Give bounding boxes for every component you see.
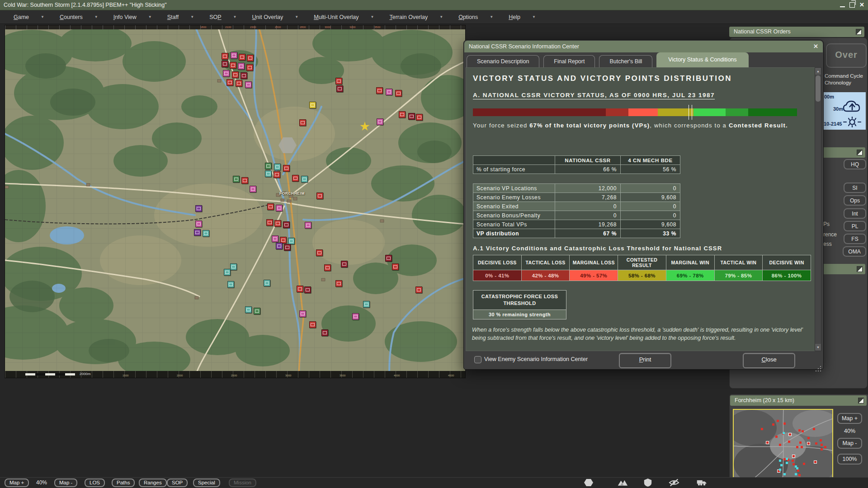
unit-counter[interactable] (283, 221, 290, 228)
unit-counter[interactable] (304, 286, 311, 293)
minimize-icon[interactable] (840, 6, 845, 7)
expand-icon[interactable] (858, 398, 864, 404)
menu-game[interactable]: Game (14, 14, 29, 20)
unit-counter[interactable] (276, 205, 283, 211)
unit-counter[interactable] (224, 269, 231, 276)
scroll-down-button[interactable]: ▼ (815, 344, 821, 351)
unit-counter[interactable] (395, 90, 402, 97)
hidden-panel-header-2[interactable] (824, 264, 865, 274)
dialog-scrollbar[interactable]: ▲ ▼ (815, 67, 821, 351)
hexagon-icon[interactable] (583, 478, 594, 487)
unit-counter[interactable] (230, 263, 237, 270)
unit-counter[interactable] (363, 301, 370, 308)
unit-counter[interactable] (266, 219, 273, 226)
resize-grip[interactable] (816, 361, 821, 367)
side-button-si[interactable]: SI (844, 183, 866, 193)
unit-counter[interactable] (416, 114, 423, 121)
unit-counter[interactable] (233, 176, 240, 183)
menu-counters[interactable]: Counters (60, 14, 83, 20)
side-button-fs[interactable]: FS (844, 234, 866, 244)
minimap-header[interactable]: Forchheim (20 x 15 km) (730, 395, 867, 406)
hidden-panel-header-1[interactable] (824, 147, 865, 158)
dropdown-arrow[interactable]: ▼ (295, 15, 298, 19)
dropdown-arrow[interactable]: ▼ (94, 15, 98, 19)
unit-counter[interactable] (292, 175, 299, 182)
unit-counter[interactable] (241, 177, 248, 184)
unit-counter[interactable] (399, 111, 406, 118)
menu-info-view[interactable]: Info View (113, 14, 137, 20)
unit-counter[interactable] (194, 229, 201, 236)
eye-off-icon[interactable] (669, 478, 679, 487)
unit-counter[interactable] (276, 243, 283, 249)
toolbar-button-map[interactable]: Map - (54, 479, 77, 487)
dialog-titlebar[interactable]: National CSSR Scenario Information Cente… (464, 41, 823, 52)
unit-counter[interactable] (250, 186, 256, 192)
unit-counter[interactable] (376, 87, 383, 94)
unit-counter[interactable] (301, 176, 308, 183)
unit-counter[interactable] (299, 119, 306, 126)
mountains-icon[interactable] (617, 478, 628, 487)
dropdown-arrow[interactable]: ▼ (439, 15, 443, 19)
unit-counter[interactable] (335, 280, 342, 287)
scroll-thumb[interactable] (816, 75, 821, 102)
unit-counter[interactable] (245, 306, 252, 313)
unit-counter[interactable] (288, 238, 295, 244)
unit-counter[interactable] (272, 235, 278, 242)
menu-options[interactable]: Options (458, 14, 478, 20)
tab-victory-status-conditions[interactable]: Victory Status & Conditions (656, 52, 748, 67)
unit-counter[interactable] (265, 170, 272, 177)
toolbar-button-sop[interactable]: SOP (167, 479, 188, 487)
unit-counter[interactable] (195, 221, 202, 227)
unit-counter[interactable] (236, 80, 242, 87)
menu-unit-overlay[interactable]: Unit Overlay (252, 14, 283, 20)
unit-counter[interactable] (283, 165, 290, 172)
unit-counter[interactable] (415, 286, 422, 293)
unit-counter[interactable] (223, 70, 230, 77)
expand-icon[interactable] (857, 266, 863, 272)
unit-counter[interactable] (264, 280, 270, 286)
unit-counter[interactable] (195, 205, 202, 212)
dropdown-arrow[interactable]: ▼ (532, 15, 536, 19)
unit-counter[interactable] (267, 203, 274, 210)
side-button-ops[interactable]: Ops (844, 195, 866, 206)
unit-counter[interactable] (386, 89, 392, 95)
toolbar-button-map[interactable]: Map + (5, 479, 29, 487)
minimap-image[interactable] (733, 409, 833, 484)
unit-counter[interactable] (226, 79, 233, 86)
unit-counter[interactable] (385, 255, 392, 262)
unit-counter[interactable] (247, 55, 254, 61)
restore-icon[interactable] (849, 2, 855, 8)
side-button-oma[interactable]: OMA (843, 246, 866, 257)
unit-counter[interactable] (341, 261, 348, 267)
unit-counter[interactable] (238, 63, 245, 70)
dropdown-arrow[interactable]: ▼ (490, 15, 493, 19)
close-button[interactable]: Close (743, 353, 795, 368)
menu-staff[interactable]: Staff (167, 14, 179, 20)
unit-counter[interactable] (227, 281, 234, 288)
unit-counter[interactable] (241, 72, 247, 79)
unit-counter[interactable] (316, 192, 323, 199)
unit-counter[interactable] (231, 52, 237, 59)
over-button[interactable]: Over (826, 43, 867, 68)
unit-counter[interactable] (254, 308, 260, 314)
unit-counter[interactable] (352, 313, 359, 320)
unit-counter[interactable] (222, 53, 228, 60)
expand-icon[interactable] (856, 29, 862, 35)
toolbar-button-paths[interactable]: Paths (112, 479, 135, 487)
unit-counter[interactable] (284, 244, 291, 251)
toolbar-button-special[interactable]: Special (193, 479, 220, 487)
unit-counter[interactable] (392, 263, 399, 270)
unit-counter[interactable] (299, 310, 306, 317)
unit-counter[interactable] (336, 85, 343, 92)
unit-counter[interactable] (203, 230, 209, 237)
unit-counter[interactable] (305, 222, 311, 229)
dropdown-arrow[interactable]: ▼ (233, 15, 237, 19)
unit-counter[interactable] (316, 249, 323, 256)
tab-final-report[interactable]: Final Report (543, 55, 595, 67)
unit-counter[interactable] (246, 64, 253, 71)
unit-counter[interactable] (377, 118, 383, 125)
shield-icon[interactable] (642, 478, 653, 487)
tab-scenario-description[interactable]: Scenario Description (467, 55, 539, 67)
map-viewport[interactable]: FORCHHEIM 180021002300250028003000320035… (5, 25, 466, 378)
menu-terrain-overlay[interactable]: Terrain Overlay (389, 14, 428, 20)
